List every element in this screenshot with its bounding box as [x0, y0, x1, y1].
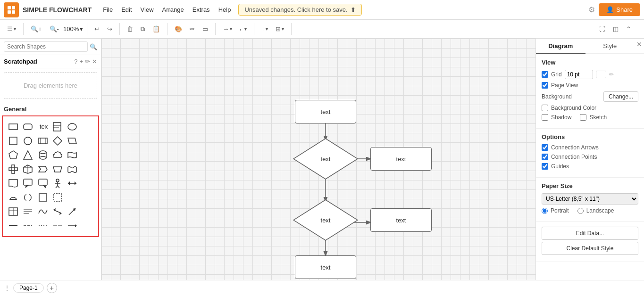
share-button[interactable]: 👤 Share: [599, 3, 640, 16]
guides-checkbox[interactable]: [542, 163, 548, 170]
shape-line-dashed2[interactable]: [36, 219, 50, 232]
shape-cube[interactable]: [21, 163, 34, 176]
shape-tape[interactable]: [66, 148, 79, 162]
shape-square2[interactable]: [36, 191, 50, 204]
shape-document[interactable]: [7, 177, 20, 190]
bg-color-checkbox[interactable]: [542, 105, 548, 111]
shape-trapezoid[interactable]: [51, 163, 64, 176]
scratchpad-edit-icon[interactable]: ✏: [85, 58, 90, 65]
shape-callout[interactable]: [21, 177, 34, 190]
portrait-radio[interactable]: [542, 208, 548, 214]
menu-help[interactable]: Help: [215, 5, 235, 15]
shape-bracket[interactable]: [21, 191, 34, 204]
flowchart-node-3[interactable]: text: [370, 147, 432, 171]
fullscreen-btn[interactable]: ⛶: [596, 23, 609, 35]
shape-triangle[interactable]: [21, 148, 34, 162]
tab-style[interactable]: Style: [585, 39, 635, 53]
zoom-in-btn[interactable]: 🔍+: [27, 23, 45, 35]
zoom-out-btn[interactable]: 🔍-: [46, 23, 62, 35]
connection-arrows-checkbox[interactable]: [542, 144, 548, 151]
shape-person[interactable]: [51, 177, 64, 190]
grid-edit-icon[interactable]: ✏: [609, 71, 614, 78]
search-input[interactable]: [4, 41, 88, 52]
flowchart-node-6[interactable]: text: [295, 255, 356, 279]
shape-rectangle[interactable]: [7, 120, 20, 133]
shape-text-lines[interactable]: [21, 205, 34, 218]
scratchpad-help-icon[interactable]: ?: [74, 58, 77, 65]
waypoint-btn[interactable]: ⌐: [236, 23, 250, 35]
shape-circle[interactable]: [21, 134, 34, 148]
zoom-level[interactable]: 100% ▾: [63, 25, 83, 33]
add-page-btn[interactable]: +: [47, 283, 57, 293]
shape-bidirectional[interactable]: [51, 205, 64, 218]
shape-cylinder[interactable]: [36, 148, 50, 162]
collapse-btn[interactable]: ⌃: [623, 23, 635, 35]
shape-chevron[interactable]: [36, 163, 50, 176]
insert-btn[interactable]: +: [258, 23, 272, 35]
shape-wave[interactable]: [66, 163, 79, 176]
shape-process[interactable]: [36, 134, 50, 148]
flowchart-node-4[interactable]: text: [278, 199, 373, 241]
shape-arrow-up-right[interactable]: [66, 205, 79, 218]
shape-rounded-rect[interactable]: [21, 120, 34, 133]
shape-half-circle[interactable]: [7, 191, 20, 204]
menu-extras[interactable]: Extras: [189, 5, 214, 15]
grid-checkbox[interactable]: [542, 71, 548, 78]
shape-line-solid[interactable]: [7, 219, 20, 232]
shape-text[interactable]: text: [36, 120, 50, 133]
connector-type-btn[interactable]: →: [219, 23, 235, 35]
shape-parallelogram[interactable]: [66, 134, 79, 148]
shape-pentagon[interactable]: [7, 148, 20, 162]
scratchpad-close-icon[interactable]: ✕: [92, 58, 97, 65]
edit-data-btn[interactable]: Edit Data...: [542, 227, 638, 240]
flowchart-node-5[interactable]: text: [370, 208, 432, 232]
view-toggle-btn[interactable]: ☰: [4, 23, 19, 35]
shape-callout2[interactable]: [36, 177, 50, 190]
right-panel-close-btn[interactable]: ✕: [635, 39, 644, 53]
flowchart-node-1[interactable]: text: [295, 100, 356, 123]
shape-table[interactable]: [7, 205, 20, 218]
shape-cross[interactable]: [7, 163, 20, 176]
shadow-btn[interactable]: ▭: [199, 23, 211, 35]
redo-btn[interactable]: ↪: [104, 23, 116, 35]
page-view-checkbox[interactable]: [542, 82, 548, 89]
scratchpad-add-icon[interactable]: +: [79, 58, 83, 65]
tab-diagram[interactable]: Diagram: [536, 39, 585, 54]
shape-curve[interactable]: [36, 205, 50, 218]
pages-icon[interactable]: ⋮: [4, 284, 10, 292]
fill-color-btn[interactable]: 🎨: [171, 23, 185, 35]
paste-btn[interactable]: 📋: [149, 23, 163, 35]
menu-file[interactable]: File: [99, 5, 117, 15]
connection-points-checkbox[interactable]: [542, 154, 548, 160]
grid-color-box[interactable]: [596, 71, 606, 78]
change-background-btn[interactable]: Change...: [603, 91, 638, 102]
shape-double-arrow[interactable]: [66, 177, 79, 190]
fit-page-btn[interactable]: ◫: [610, 23, 622, 35]
shadow-checkbox[interactable]: [542, 114, 548, 121]
landscape-radio[interactable]: [577, 208, 584, 214]
copy-btn[interactable]: ⧉: [137, 23, 148, 35]
shape-ellipse[interactable]: [66, 120, 79, 133]
flowchart-node-2[interactable]: text: [278, 138, 373, 180]
settings-icon[interactable]: ⚙: [588, 5, 595, 14]
shape-line-dashed3[interactable]: [51, 219, 64, 232]
line-color-btn[interactable]: ✏: [186, 23, 198, 35]
shape-note[interactable]: [51, 120, 64, 133]
canvas[interactable]: text text text text text text: [101, 39, 535, 280]
shape-diamond[interactable]: [51, 134, 64, 148]
menu-arrange[interactable]: Arrange: [159, 5, 188, 15]
grid-value-input[interactable]: [565, 70, 593, 79]
delete-btn[interactable]: 🗑: [124, 23, 136, 35]
sketch-checkbox[interactable]: [580, 114, 586, 121]
shape-line-dashed1[interactable]: [21, 219, 34, 232]
paper-size-select[interactable]: US-Letter (8,5" x 11"): [542, 193, 638, 205]
undo-btn[interactable]: ↩: [91, 23, 103, 35]
shape-square[interactable]: [7, 134, 20, 148]
shape-line-arrow[interactable]: [66, 219, 79, 232]
save-notice[interactable]: Unsaved changes. Click here to save. ⬆: [238, 4, 361, 16]
shape-cloud[interactable]: [51, 148, 64, 162]
shape-rect-border[interactable]: [51, 191, 64, 204]
page-tab[interactable]: Page-1: [13, 283, 44, 293]
table-btn[interactable]: ⊞: [272, 23, 287, 35]
menu-edit[interactable]: Edit: [117, 5, 135, 15]
